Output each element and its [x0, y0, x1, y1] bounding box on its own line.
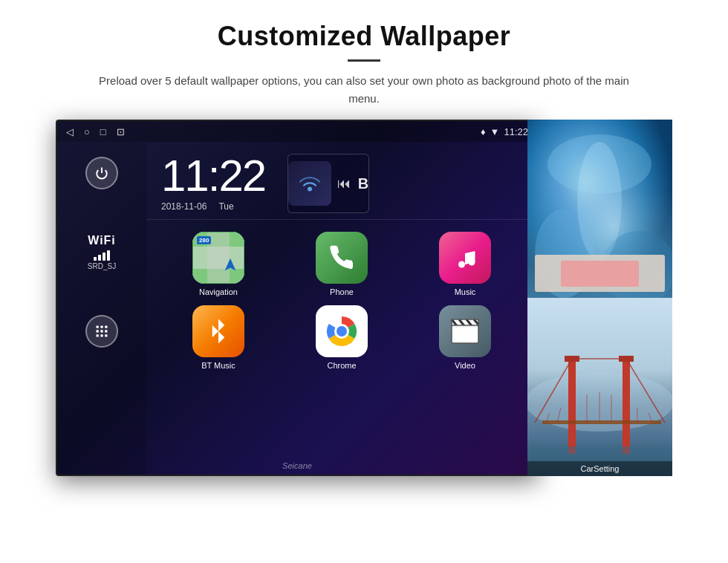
bridge-bg: [527, 298, 672, 476]
svg-rect-34: [623, 357, 630, 454]
app-item-video[interactable]: Video: [408, 305, 522, 370]
music-label: Music: [455, 287, 476, 296]
svg-rect-2: [100, 326, 103, 328]
signal-icon: ▼: [490, 126, 500, 137]
wifi-bars: [94, 249, 110, 261]
page-container: Customized Wallpaper Preload over 5 defa…: [0, 0, 728, 563]
media-signal-icon: [296, 168, 323, 200]
prev-track-icon[interactable]: ⏮: [337, 176, 351, 192]
svg-rect-1: [97, 326, 99, 328]
media-widget[interactable]: ⏮ B: [287, 154, 369, 213]
right-photos-panel: CarSetting: [527, 120, 672, 476]
chrome-label: Chrome: [327, 361, 356, 370]
phone-icon: [316, 232, 368, 284]
svg-rect-23: [452, 325, 478, 343]
wifi-bar-4: [107, 250, 110, 261]
chrome-icon: [316, 305, 368, 357]
gps-icon: ♦: [481, 126, 486, 137]
page-title: Customized Wallpaper: [59, 21, 669, 52]
svg-rect-4: [97, 330, 99, 332]
header: Customized Wallpaper Preload over 5 defa…: [0, 0, 728, 120]
app-item-music[interactable]: Music: [408, 232, 522, 296]
recents-icon[interactable]: □: [100, 126, 106, 137]
video-icon: [439, 305, 491, 357]
wifi-ssid: SRD_SJ: [88, 262, 116, 270]
wifi-label: WiFi: [88, 234, 116, 247]
carsetting-label: CarSetting: [527, 461, 672, 476]
clock-block: 11:22 2018-11-06 Tue: [161, 154, 265, 212]
photo-bridge: CarSetting: [527, 298, 672, 476]
left-sidebar: WiFi SRD_SJ: [57, 142, 146, 475]
wifi-bar-1: [94, 257, 97, 261]
app-item-navigation[interactable]: 280 Navigation: [161, 232, 276, 296]
video-label: Video: [455, 361, 475, 370]
status-left: ◁ ○ □ ⊡: [66, 126, 125, 137]
svg-point-15: [458, 261, 465, 268]
svg-point-19: [337, 326, 347, 336]
svg-rect-3: [105, 326, 107, 328]
photo-ice-cave: [527, 120, 672, 298]
clock-status: 11:22: [504, 126, 528, 137]
device-screen: ◁ ○ □ ⊡ ♦ ▼ 11:22: [56, 120, 539, 476]
clock-area: 11:22 2018-11-06 Tue: [146, 142, 537, 220]
app-grid: 280 Navigation: [146, 220, 537, 382]
phone-label: Phone: [330, 287, 354, 296]
svg-rect-36: [542, 420, 661, 424]
svg-rect-8: [100, 334, 103, 336]
watermark: Seicane: [282, 461, 312, 470]
music-icon: [439, 232, 491, 284]
status-right: ♦ ▼ 11:22: [481, 126, 528, 137]
app-item-phone[interactable]: Phone: [285, 232, 399, 296]
power-button[interactable]: [85, 157, 118, 189]
home-icon[interactable]: ○: [84, 126, 90, 137]
bt-music-icon: [192, 305, 244, 357]
nav-arrow-icon: [222, 257, 238, 278]
center-panel: 11:22 2018-11-06 Tue: [146, 142, 537, 475]
wifi-bar-2: [98, 255, 101, 261]
clock-date-row: 2018-11-06 Tue: [161, 201, 265, 212]
bt-music-label: BT Music: [201, 361, 235, 370]
apps-button[interactable]: [85, 315, 118, 348]
navigation-icon: 280: [192, 232, 244, 284]
clock-date: 2018-11-06: [161, 201, 207, 212]
clock-time: 11:22: [161, 154, 265, 198]
media-controls: ⏮ B: [337, 175, 368, 192]
wifi-bar-3: [103, 253, 105, 261]
media-icon: [288, 161, 331, 206]
device-area: ◁ ○ □ ⊡ ♦ ▼ 11:22: [56, 120, 672, 563]
svg-rect-5: [100, 330, 103, 332]
svg-point-29: [577, 142, 622, 261]
back-icon[interactable]: ◁: [66, 126, 74, 137]
wifi-info: WiFi SRD_SJ: [88, 234, 116, 270]
title-divider: [348, 59, 380, 62]
subtitle: Preload over 5 default wallpaper options…: [97, 72, 631, 108]
nav-badge: 280: [197, 236, 211, 244]
mini-screen: [561, 261, 639, 287]
navigation-label: Navigation: [199, 287, 238, 296]
screenshot-icon[interactable]: ⊡: [117, 126, 125, 137]
svg-rect-6: [105, 330, 107, 332]
clock-day: Tue: [218, 201, 233, 212]
main-content: WiFi SRD_SJ: [57, 142, 537, 475]
status-bar: ◁ ○ □ ⊡ ♦ ▼ 11:22: [57, 121, 537, 142]
svg-point-10: [308, 186, 312, 191]
app-item-chrome[interactable]: Chrome: [285, 305, 399, 370]
svg-rect-32: [568, 357, 576, 454]
mini-device-overlay: [535, 255, 665, 292]
app-item-bt-music[interactable]: BT Music: [161, 305, 276, 370]
svg-rect-9: [105, 334, 107, 336]
media-letter: B: [358, 175, 368, 192]
svg-rect-7: [97, 334, 99, 336]
